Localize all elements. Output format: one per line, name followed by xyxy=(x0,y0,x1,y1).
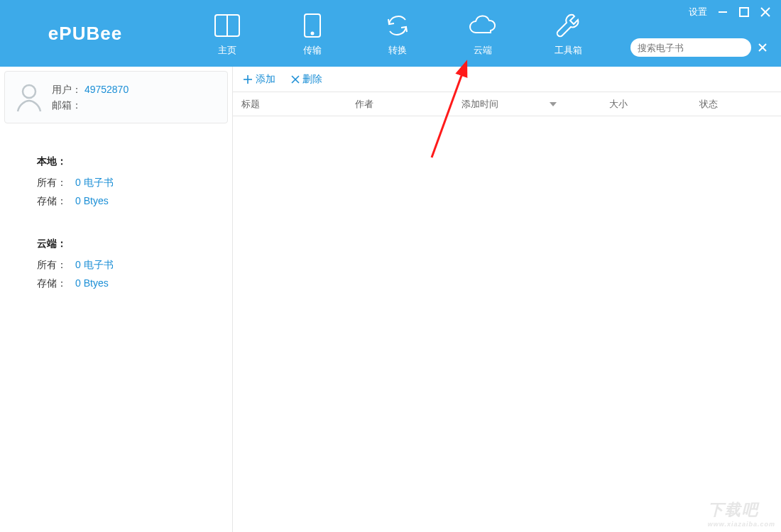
nav-home-label: 主页 xyxy=(218,44,236,57)
app-body: 用户： 49752870 邮箱： 本地： 所有：0 电子书 存储：0 Btyes… xyxy=(0,67,781,532)
search-input[interactable] xyxy=(638,43,757,53)
main-panel: 添加 删除 标题 作者 添加时间 大小 状态 xyxy=(233,67,781,532)
nav-convert-label: 转换 xyxy=(388,44,407,57)
add-button[interactable]: 添加 xyxy=(243,73,275,86)
user-email-label: 邮箱： xyxy=(52,99,82,111)
user-id-label: 用户： xyxy=(52,84,82,95)
action-bar: 添加 删除 xyxy=(233,67,781,92)
table-body xyxy=(233,116,781,532)
col-status[interactable]: 状态 xyxy=(636,92,781,116)
app-logo: ePUBee xyxy=(0,0,170,67)
cloud-all-value[interactable]: 0 电子书 xyxy=(75,255,114,274)
settings-link[interactable]: 设置 xyxy=(689,6,707,18)
book-open-icon xyxy=(212,10,242,41)
col-author[interactable]: 作者 xyxy=(346,92,453,116)
close-button[interactable] xyxy=(760,6,771,18)
col-added-label: 添加时间 xyxy=(462,98,498,111)
cloud-icon xyxy=(467,10,498,41)
search-box[interactable] xyxy=(630,38,751,57)
delete-label: 删除 xyxy=(302,73,322,86)
local-stats: 本地： 所有：0 电子书 存储：0 Btyes xyxy=(37,152,228,210)
x-icon xyxy=(291,75,300,84)
col-title[interactable]: 标题 xyxy=(233,92,346,116)
cloud-title: 云端： xyxy=(37,234,228,253)
device-icon xyxy=(302,10,323,41)
cloud-storage-label: 存储： xyxy=(37,274,75,292)
local-title: 本地： xyxy=(37,152,228,170)
sidebar: 用户： 49752870 邮箱： 本地： 所有：0 电子书 存储：0 Btyes… xyxy=(0,67,233,532)
nav-cloud-label: 云端 xyxy=(474,44,492,57)
nav-home[interactable]: 主页 xyxy=(185,0,270,67)
cloud-stats: 云端： 所有：0 电子书 存储：0 Btyes xyxy=(37,234,228,292)
search-clear-icon[interactable] xyxy=(758,43,767,52)
maximize-button[interactable] xyxy=(738,6,750,18)
sidebar-stats: 本地： 所有：0 电子书 存储：0 Btyes 云端： 所有：0 电子书 存储：… xyxy=(4,123,228,316)
user-card: 用户： 49752870 邮箱： xyxy=(4,71,228,123)
col-size[interactable]: 大小 xyxy=(565,92,636,116)
user-id-value[interactable]: 49752870 xyxy=(84,84,129,95)
nav-tools[interactable]: 工具箱 xyxy=(525,0,611,67)
minimize-button[interactable] xyxy=(717,6,728,18)
refresh-icon xyxy=(384,10,411,41)
nav-transfer-label: 传输 xyxy=(303,44,322,57)
user-avatar-icon xyxy=(15,82,43,113)
nav-tools-label: 工具箱 xyxy=(555,44,582,57)
svg-rect-5 xyxy=(740,8,748,16)
table-header: 标题 作者 添加时间 大小 状态 xyxy=(233,92,781,116)
svg-marker-17 xyxy=(550,102,557,106)
local-storage-value[interactable]: 0 Btyes xyxy=(75,192,109,210)
cloud-storage-value[interactable]: 0 Btyes xyxy=(75,274,109,292)
nav-transfer[interactable]: 传输 xyxy=(270,0,355,67)
svg-point-3 xyxy=(312,33,314,35)
wrench-icon xyxy=(555,10,581,41)
nav-convert[interactable]: 转换 xyxy=(355,0,440,67)
cloud-all-label: 所有： xyxy=(37,255,75,274)
col-added[interactable]: 添加时间 xyxy=(453,92,565,116)
local-all-value[interactable]: 0 电子书 xyxy=(75,173,114,192)
sort-desc-icon xyxy=(550,102,557,106)
add-label: 添加 xyxy=(256,73,275,86)
nav-cloud[interactable]: 云端 xyxy=(440,0,525,67)
local-all-label: 所有： xyxy=(37,173,75,192)
app-header: ePUBee 主页 传输 xyxy=(0,0,781,67)
window-controls: 设置 xyxy=(689,6,771,18)
svg-point-12 xyxy=(23,85,36,98)
search-row xyxy=(630,38,767,57)
local-storage-label: 存储： xyxy=(37,192,75,210)
user-fields: 用户： 49752870 邮箱： xyxy=(52,82,129,113)
delete-button[interactable]: 删除 xyxy=(291,73,322,86)
plus-icon xyxy=(243,74,253,84)
